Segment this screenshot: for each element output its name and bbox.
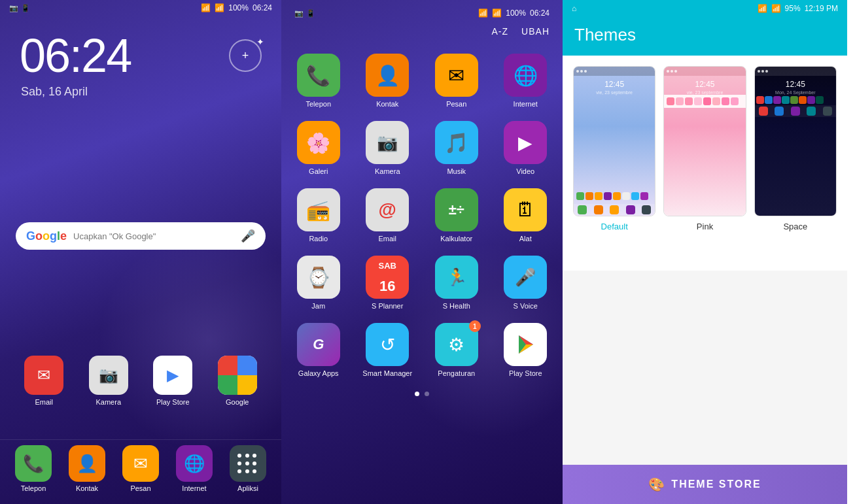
telepon-label: Telepon [305, 100, 331, 108]
drawer-dot-1 [415, 392, 419, 396]
notification-icon: 📷 [9, 4, 18, 12]
app-video[interactable]: ▶ Video [491, 114, 561, 182]
themes-title: Themes [574, 25, 835, 45]
svoice-label: S Voice [514, 302, 538, 310]
app-galeri[interactable]: 🌸 Galeri [284, 114, 353, 182]
shortcut-google[interactable]: Google [218, 356, 257, 406]
themes-battery: 95% [785, 4, 801, 13]
app-alat[interactable]: 🗓 Alat [491, 182, 561, 249]
lock-clock: 06:24 [253, 3, 272, 12]
shealth-icon: 🏃 [435, 256, 478, 299]
playstore-shortcut-label: Play Store [156, 398, 190, 406]
app-smartmanager[interactable]: ↺ Smart Manager [353, 316, 423, 384]
telepon-dock-icon: 📞 [15, 445, 52, 482]
drawer-status-left: 📷 📱 [294, 9, 315, 18]
musik-icon: 🎵 [435, 121, 478, 164]
kontak-icon: 👤 [366, 54, 409, 97]
dock-internet[interactable]: 🌐 Internet [176, 445, 213, 492]
theme-default[interactable]: 12:45 vie, 23 septembre [573, 66, 655, 231]
theme-space[interactable]: 12:45 Mon, 24 September [754, 66, 837, 231]
google-search-bar[interactable]: Google 🎤 [16, 222, 266, 250]
drawer-notif2: 📱 [306, 9, 315, 18]
theme-space-preview: 12:45 Mon, 24 September [754, 66, 837, 216]
drawer-page-dots [281, 389, 563, 399]
pesan-label: Pesan [446, 100, 466, 108]
app-svoice[interactable]: 🎤 S Voice [491, 249, 561, 316]
app-kontak[interactable]: 👤 Kontak [353, 47, 423, 114]
telepon-dock-label: Telepon [21, 484, 46, 492]
galeri-label: Galeri [309, 167, 328, 175]
drawer-status-bar: 📷 📱 📶 📶 100% 06:24 [294, 5, 550, 21]
mic-icon[interactable]: 🎤 [241, 229, 255, 243]
shortcut-email[interactable]: ✉ Email [24, 356, 63, 406]
app-pesan[interactable]: ✉ Pesan [422, 47, 491, 114]
smartmanager-icon: ↺ [366, 323, 409, 366]
drawer-time: 06:24 [530, 8, 550, 18]
internet-icon: 🌐 [504, 54, 547, 97]
themes-status-bar: ⌂ 📶 📶 95% 12:19 PM [563, 0, 847, 17]
app-kamera[interactable]: 📷 Kamera [353, 114, 423, 182]
app-email[interactable]: @ Email [353, 182, 423, 249]
internet-dock-label: Internet [182, 484, 206, 492]
theme-pink-label: Pink [697, 222, 713, 231]
battery-label: 100% [228, 3, 249, 12]
galeri-icon: 🌸 [297, 121, 340, 164]
shortcut-playstore[interactable]: ▶ Play Store [153, 356, 192, 406]
app-splanner[interactable]: SAB 16 S Planner [353, 249, 423, 316]
dock-apliksi[interactable]: Apliksi [230, 445, 266, 492]
jam-label: Jam [311, 302, 325, 310]
jam-icon: ⌚ [297, 256, 340, 299]
themes-wifi-icon: 📶 [758, 4, 767, 13]
theme-default-label: Default [601, 222, 628, 231]
drawer-dot-2 [425, 392, 429, 396]
lock-status-left: 📷 📱 [9, 4, 30, 12]
lock-widget-button[interactable]: + ✦ [229, 39, 262, 72]
kalkulator-icon: ±÷ [435, 188, 478, 231]
kalkulator-label: Kalkulator [440, 235, 472, 243]
app-radio[interactable]: 📻 Radio [284, 182, 353, 249]
az-button[interactable]: A-Z [492, 26, 509, 37]
themes-home-icon: ⌂ [572, 4, 576, 13]
galaxy-icon: G [297, 323, 340, 366]
email-shortcut-icon: ✉ [24, 356, 63, 395]
video-icon: ▶ [504, 121, 547, 164]
themes-header: Themes [563, 17, 847, 56]
google-search-input[interactable] [73, 231, 234, 241]
internet-label: Internet [514, 100, 538, 108]
pesan-dock-label: Pesan [130, 484, 150, 492]
dock-kontak[interactable]: 👤 Kontak [69, 445, 105, 492]
radio-icon: 📻 [297, 188, 340, 231]
app-kalkulator[interactable]: ±÷ Kalkulator [422, 182, 491, 249]
splanner-label: S Planner [372, 302, 403, 310]
themes-time: 12:19 PM [805, 4, 838, 13]
telepon-icon: 📞 [297, 54, 340, 97]
app-jam[interactable]: ⌚ Jam [284, 249, 353, 316]
app-shealth[interactable]: 🏃 S Health [422, 249, 491, 316]
galaxy-label: Galaxy Apps [298, 369, 339, 377]
playstore-icon [504, 323, 547, 366]
lock-status-right: 📶 📶 100% 06:24 [201, 3, 272, 12]
kontak-label: Kontak [376, 100, 398, 108]
theme-store-button[interactable]: 🎨 THEME STORE [563, 465, 847, 504]
email-shortcut-label: Email [35, 398, 53, 406]
app-playstore[interactable]: Play Store [491, 316, 561, 384]
notification-icon2: 📱 [21, 4, 30, 12]
kamera-label: Kamera [375, 167, 400, 175]
dock-pesan[interactable]: ✉ Pesan [122, 445, 159, 492]
dock-telepon[interactable]: 📞 Telepon [15, 445, 52, 492]
shortcut-camera[interactable]: 📷 Kamera [89, 356, 128, 406]
theme-pink[interactable]: 12:45 vie, 23 septembre [663, 66, 746, 231]
pengaturan-badge: 1 [469, 320, 481, 332]
app-telepon[interactable]: 📞 Telepon [284, 47, 353, 114]
splanner-icon: SAB 16 [366, 256, 409, 299]
theme-pink-preview: 12:45 vie, 23 septembre [663, 66, 746, 216]
drawer-status-right: 📶 📶 100% 06:24 [478, 8, 550, 18]
app-galaxy[interactable]: G Galaxy Apps [284, 316, 353, 384]
app-pengaturan[interactable]: ⚙ 1 Pengaturan [422, 316, 491, 384]
lock-screen-panel: 📷 📱 📶 📶 100% 06:24 + ✦ 06:24 Sab, 16 Apr… [0, 0, 281, 504]
ubah-button[interactable]: UBAH [521, 26, 550, 37]
app-internet[interactable]: 🌐 Internet [491, 47, 561, 114]
app-musik[interactable]: 🎵 Musik [422, 114, 491, 182]
apliksi-dock-icon [230, 445, 266, 482]
lock-shortcuts: ✉ Email 📷 Kamera ▶ Play Store Google [12, 356, 270, 406]
